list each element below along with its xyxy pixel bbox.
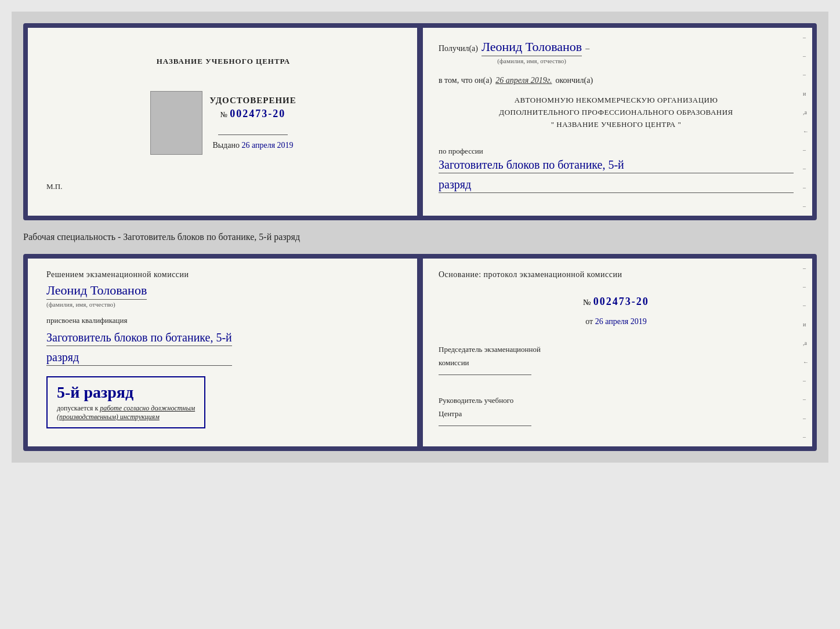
chairman-sig-line (439, 375, 531, 375)
certificate-card-2: Решением экзаменационной комиссии Леонид… (23, 254, 817, 451)
cert2-right: Основание: протокол экзаменационной коми… (420, 259, 812, 446)
side-decorations-1: –––и,а←–––– (803, 28, 810, 216)
from-date-val: 26 апреля 2019 (595, 317, 647, 326)
head-label: Руководитель учебного (439, 394, 794, 407)
fio-label-1: (фамилия, имя, отчество) (481, 57, 582, 64)
head-label2: Центра (439, 407, 794, 420)
completed-prefix: в том, что он(а) (439, 76, 492, 85)
org-line1: АВТОНОМНУЮ НЕКОММЕРЧЕСКУЮ ОРГАНИЗАЦИЮ (439, 94, 794, 107)
chairman-label: Председатель экзаменационной (439, 343, 794, 356)
basis-label: Основание: протокол экзаменационной коми… (439, 270, 794, 279)
from-date-line: от 26 апреля 2019 (439, 317, 794, 326)
chairman-block: Председатель экзаменационной комиссии (439, 343, 794, 380)
allowed-prefix: допускается к (57, 404, 98, 412)
cert2-left: Решением экзаменационной комиссии Леонид… (28, 259, 420, 446)
protocol-number: 002473-20 (593, 296, 649, 308)
side-decorations-2: –––и,а←–––– (803, 259, 810, 446)
rank-badge-main: 5-й разряд (57, 383, 133, 402)
cert-number: 002473-20 (230, 108, 285, 120)
center-name-1: НАЗВАНИЕ УЧЕБНОГО ЦЕНТРА (157, 57, 291, 66)
page-container: НАЗВАНИЕ УЧЕБНОГО ЦЕНТРА УДОСТОВЕРЕНИЕ №… (12, 12, 828, 463)
cert-num-prefix: № (220, 110, 227, 119)
recipient-name-1: Леонид Толованов (481, 39, 582, 56)
issued-line: Выдано 26 апреля 2019 (212, 141, 293, 150)
org-line3: " НАЗВАНИЕ УЧЕБНОГО ЦЕНТРА " (439, 119, 794, 131)
cert-title: УДОСТОВЕРЕНИЕ (209, 96, 296, 106)
certificate-card-1: НАЗВАНИЕ УЧЕБНОГО ЦЕНТРА УДОСТОВЕРЕНИЕ №… (23, 23, 817, 220)
protocol-prefix: № (583, 298, 591, 307)
org-line2: ДОПОЛНИТЕЛЬНОГО ПРОФЕССИОНАЛЬНОГО ОБРАЗО… (439, 107, 794, 119)
from-label: от (585, 317, 593, 326)
rank-line-2: разряд (46, 351, 232, 366)
cert1-left: НАЗВАНИЕ УЧЕБНОГО ЦЕНТРА УДОСТОВЕРЕНИЕ №… (28, 28, 420, 216)
cert1-right: Получил(а) Леонид Толованов (фамилия, им… (420, 28, 812, 216)
allowed-text: работе согласно должностным (100, 404, 195, 412)
assigned-label: присвоена квалификация (46, 316, 127, 325)
mp-label: М.П. (46, 182, 62, 191)
profession-value-1: Заготовитель блоков по ботанике, 5-й (439, 158, 794, 173)
chairman-label2: комиссии (439, 356, 794, 369)
specialty-label: Рабочая специальность - Заготовитель бло… (23, 230, 817, 245)
issued-label: Выдано (212, 141, 240, 150)
issued-date: 26 апреля 2019 (241, 141, 293, 150)
completed-date: 26 апреля 2019г. (495, 76, 552, 85)
head-block: Руководитель учебного Центра (439, 394, 794, 431)
rank-badge-box: 5-й разряд допускается к работе согласно… (46, 376, 205, 428)
allowed-text2: (производственным) инструкциям (57, 413, 160, 421)
head-sig-line (439, 426, 531, 426)
decision-text: Решением экзаменационной комиссии (46, 270, 189, 279)
qualification-value: Заготовитель блоков по ботанике, 5-й (46, 331, 232, 346)
rank-value-1: разряд (439, 178, 794, 193)
rank-badge-allowed: допускается к работе согласно должностны… (57, 404, 195, 421)
received-label: Получил(а) (439, 44, 478, 53)
profession-label: по профессии (439, 147, 794, 156)
fio-label-2: (фамилия, имя, отчество) (46, 301, 147, 308)
org-block: АВТОНОМНУЮ НЕКОММЕРЧЕСКУЮ ОРГАНИЗАЦИЮ ДО… (439, 94, 794, 130)
person-name-2: Леонид Толованов (46, 283, 147, 300)
photo-placeholder (150, 91, 202, 155)
completed-suffix: окончил(а) (555, 76, 593, 85)
